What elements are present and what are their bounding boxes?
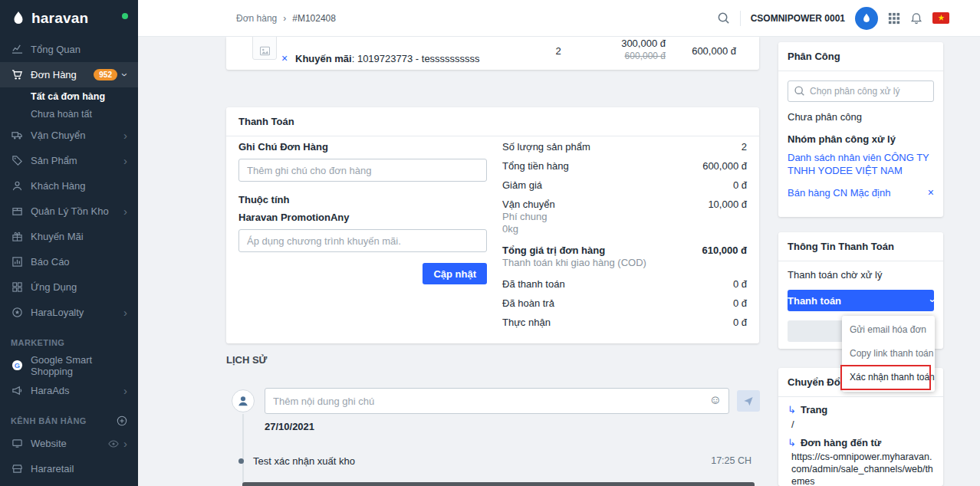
dropdown-item-confirm-payment[interactable]: Xác nhận thanh toán <box>842 366 935 389</box>
branch-arrow-icon: ↳ <box>788 404 796 415</box>
sidebar-subitem-unfulfilled[interactable]: Chưa hoàn tất <box>0 105 138 123</box>
vietnam-flag-icon[interactable] <box>932 12 949 24</box>
website-icon <box>11 438 23 450</box>
emoji-icon[interactable]: ☺ <box>709 393 722 407</box>
summary-row: Đã hoàn trả 0 đ <box>502 297 747 310</box>
partial-next-element <box>242 482 755 486</box>
summary-row-total: Tổng giá trị đơn hàng Thanh toán khi gia… <box>502 245 747 269</box>
remove-promotion-icon[interactable]: × <box>281 52 288 64</box>
summary-row-shipping: Vận chuyển Phí chung 0kg 10,000 đ <box>502 199 747 235</box>
app-window: haravan Tổng Quan Đơn Hàng 952 › Tất cả … <box>0 0 980 486</box>
summary-row: Tổng tiền hàng 600,000 đ <box>502 160 747 172</box>
sidebar-item-apps[interactable]: Ứng Dụng <box>0 274 138 300</box>
sidebar-section-sales-channels: KÊNH BÁN HÀNG <box>0 411 138 431</box>
sidebar-item-reports[interactable]: Báo Cáo <box>0 249 138 274</box>
chart-line-icon <box>11 44 23 56</box>
report-icon <box>11 256 23 268</box>
assignment-card: Phân Công Chưa phân công Nhóm phân công … <box>778 42 943 217</box>
inventory-icon <box>11 205 23 218</box>
summary-row: Giảm giá 0 đ <box>502 179 747 192</box>
dropdown-item-copy-payment-link[interactable]: Copy link thanh toán <box>842 342 935 366</box>
history-section-title: LỊCH SỬ <box>226 354 267 366</box>
sidebar-nav: Tổng Quan Đơn Hàng 952 › Tất cả đơn hàng… <box>0 37 138 481</box>
payment-card: Thanh Toán Ghi Chú Đơn Hàng Thuộc tính H… <box>226 107 759 343</box>
chevron-right-icon: › <box>123 205 127 217</box>
eye-icon[interactable] <box>108 438 119 449</box>
pay-button[interactable]: Thanh toán › <box>788 290 934 311</box>
product-image-placeholder <box>252 37 277 60</box>
apps-grid-icon[interactable] <box>888 12 900 25</box>
search-icon[interactable] <box>717 11 730 25</box>
bell-icon[interactable] <box>910 12 922 25</box>
user-avatar <box>232 389 255 412</box>
order-note-label: Ghi Chú Đơn Hàng <box>238 141 487 153</box>
chevron-right-icon: › <box>123 385 127 396</box>
breadcrumb-section[interactable]: Đơn hàng <box>236 13 277 24</box>
summary-row: Thực nhận 0 đ <box>502 317 747 329</box>
chevron-down-icon: › <box>927 299 937 302</box>
brand-name: haravan <box>31 10 88 27</box>
sidebar-section-marketing: MARKETING <box>0 333 138 353</box>
divider <box>740 11 741 26</box>
payment-card-title: Thanh Toán <box>226 107 759 136</box>
order-note-input[interactable] <box>238 159 487 182</box>
brand-logo[interactable]: haravan <box>0 0 138 37</box>
sidebar-subitem-all-orders[interactable]: Tất cả đơn hàng <box>0 87 138 105</box>
sidebar-item-hararetail[interactable]: Hararetail <box>0 456 138 481</box>
add-channel-icon[interactable] <box>117 415 127 426</box>
sidebar-item-inventory[interactable]: Quản Lý Tồn Kho › <box>0 199 138 224</box>
line-total: 600,000 đ <box>656 45 736 57</box>
account-name[interactable]: CSOMNIPOWER 0001 <box>751 13 845 24</box>
history-entry-time: 17:25 CH <box>659 455 751 466</box>
payment-info-title: Thông Tin Thanh Toán <box>778 232 943 261</box>
chevron-right-icon: › <box>123 130 127 141</box>
chevron-down-icon: › <box>120 73 131 77</box>
sidebar-item-products[interactable]: Sản Phẩm › <box>0 148 138 173</box>
apps-icon <box>11 281 23 294</box>
assigned-group-row: Bán hàng CN Mặc định × <box>788 186 934 199</box>
remove-assigned-icon[interactable]: × <box>928 186 934 199</box>
sidebar-item-overview[interactable]: Tổng Quan <box>0 37 138 62</box>
order-note-section: Ghi Chú Đơn Hàng Thuộc tính Haravan Prom… <box>238 141 487 284</box>
assignment-status: Chưa phân công <box>788 111 934 123</box>
sidebar-item-haraloyalty[interactable]: HaraLoyalty › <box>0 300 138 325</box>
sidebar-item-haraads[interactable]: HaraAds › <box>0 378 138 403</box>
online-status-dot <box>122 13 128 19</box>
tag-icon <box>11 155 23 167</box>
timeline-line <box>242 414 244 486</box>
dropdown-item-send-invoice-email[interactable]: Gửi email hóa đơn <box>842 318 935 342</box>
gift-icon <box>11 231 23 243</box>
assignment-search-input[interactable] <box>788 80 934 102</box>
retail-icon <box>11 463 23 475</box>
haravan-logo-icon <box>11 11 26 26</box>
svg-text:G: G <box>14 362 19 369</box>
customer-icon <box>11 180 23 192</box>
history-note-input[interactable] <box>265 388 729 414</box>
cart-icon <box>11 69 23 81</box>
sidebar-item-website[interactable]: Website › <box>0 431 138 456</box>
orders-count-badge: 952 <box>94 69 117 80</box>
send-note-button[interactable] <box>737 390 760 412</box>
staff-list-link[interactable]: Danh sách nhân viên CÔNG TY TNHH YODEE V… <box>788 151 934 177</box>
update-button[interactable]: Cập nhật <box>423 263 487 284</box>
order-source-label: Đơn hàng đến từ <box>801 437 881 448</box>
attribute-input[interactable] <box>238 229 487 252</box>
attributes-label: Thuộc tính <box>238 194 487 205</box>
breadcrumb-current: #M102408 <box>292 13 336 24</box>
payment-status: Thanh toán chờ xử lý <box>788 269 934 281</box>
original-price: 600,000 đ <box>589 50 666 62</box>
sidebar-item-google-smart-shopping[interactable]: G Google Smart Shopping <box>0 353 138 378</box>
assigned-group-link[interactable]: Bán hàng CN Mặc định <box>788 187 890 199</box>
sidebar-item-promotions[interactable]: Khuyến Mãi <box>0 224 138 249</box>
payment-dropdown-menu: Gửi email hóa đơn Copy link thanh toán X… <box>842 316 935 392</box>
history-entry-text: Test xác nhận xuất kho <box>253 455 355 467</box>
summary-row: Số lượng sản phẩm 2 <box>502 141 747 153</box>
timeline-dot <box>238 458 244 464</box>
sidebar-item-shipping[interactable]: Vận Chuyển › <box>0 123 138 148</box>
order-line-items-card: × Khuyến mãi: 1019723773 - tessssssssss … <box>226 37 759 70</box>
sidebar-item-customers[interactable]: Khách Hàng <box>0 173 138 199</box>
avatar[interactable] <box>855 7 878 30</box>
sidebar-item-orders[interactable]: Đơn Hàng 952 › <box>0 62 138 87</box>
chevron-right-icon: › <box>123 438 127 449</box>
search-icon <box>794 85 805 97</box>
